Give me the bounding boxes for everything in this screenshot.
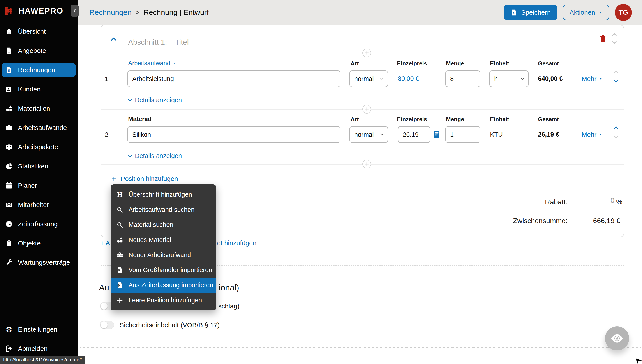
quantity-input[interactable] <box>445 126 480 143</box>
breadcrumb-current: Rechnung | Entwurf <box>144 8 209 16</box>
sidebar-item-label: Rechnungen <box>18 66 55 74</box>
sidebar-item-planer[interactable]: Planer <box>2 178 76 193</box>
sidebar-item-zeiterfassung[interactable]: Zeiterfassung <box>2 217 76 231</box>
delete-section-trash-icon[interactable] <box>599 34 607 43</box>
sidebar: HAWEPRO Übersicht Angebote Rechnungen Ku… <box>0 0 78 364</box>
menu-item-zeiterfassung-import[interactable]: Aus Zeiterfassung importieren <box>111 278 216 293</box>
details-toggle-link[interactable]: Details anzeigen <box>127 96 182 104</box>
menu-item-label: Arbeitsaufwand suchen <box>129 206 194 213</box>
wrench-icon <box>5 259 13 266</box>
position-name-input[interactable] <box>127 70 341 87</box>
insert-position-button[interactable] <box>362 48 371 57</box>
sidebar-collapse-button[interactable] <box>71 5 79 16</box>
sidebar-item-uebersicht[interactable]: Übersicht <box>2 24 76 39</box>
preview-button[interactable] <box>605 326 629 350</box>
column-label-gesamt: Gesamt <box>538 116 559 123</box>
sidebar-item-label: Abmelden <box>18 345 48 352</box>
insert-position-button[interactable] <box>362 105 371 114</box>
add-arbeitspaket-link-fragment[interactable]: et hinzufügen <box>217 239 256 247</box>
menu-item-leere-position[interactable]: Leere Position hinzufügen <box>111 293 216 308</box>
surcharge-toggle-label-fragment: schlag) <box>218 302 239 310</box>
sidebar-item-wartungsvertraege[interactable]: Wartungsverträge <box>2 255 76 270</box>
section-title[interactable]: Titel <box>175 38 189 46</box>
art-select-value: normal <box>354 75 374 82</box>
sidebar-item-label: Objekte <box>18 240 41 247</box>
calculator-icon[interactable] <box>433 130 441 139</box>
sidebar-item-kunden[interactable]: Kunden <box>2 82 76 96</box>
sidebar-item-rechnungen[interactable]: Rechnungen <box>2 63 76 77</box>
move-row-down-icon[interactable] <box>613 78 619 84</box>
sidebar-item-materialien[interactable]: Materialien <box>2 101 76 116</box>
plus-icon <box>116 297 123 304</box>
unit-select-value: h <box>494 75 498 82</box>
sidebar-item-objekte[interactable]: Objekte <box>2 236 76 250</box>
add-position-link[interactable]: Position hinzufügen <box>111 175 178 182</box>
sidebar-item-arbeitsaufwaende[interactable]: Arbeitsaufwände <box>2 120 76 135</box>
move-row-down-icon[interactable] <box>613 134 619 140</box>
sidebar-item-einstellungen[interactable]: ⚙Einstellungen <box>2 322 76 337</box>
shapes-icon <box>5 105 13 112</box>
menu-item-neues-material[interactable]: Neues Material <box>111 232 216 248</box>
toolbox-icon <box>5 124 13 132</box>
section-collapse-chevron-icon[interactable] <box>110 36 117 43</box>
move-section-up-icon[interactable] <box>611 31 617 38</box>
more-dropdown[interactable]: Mehr <box>581 75 602 82</box>
details-toggle-link[interactable]: Details anzeigen <box>127 152 182 160</box>
row-type-dropdown[interactable]: Arbeitsaufwand <box>128 60 176 67</box>
menu-item-ueberschrift[interactable]: HÜberschrift hinzufügen <box>111 187 216 202</box>
breadcrumb-parent-link[interactable]: Rechnungen <box>89 8 132 16</box>
unit-price-link[interactable]: 80,00 € <box>398 75 419 82</box>
invoice-icon <box>5 66 13 74</box>
move-row-up-icon[interactable] <box>613 69 619 75</box>
invoice-icon <box>511 9 518 16</box>
position-name-input[interactable] <box>127 126 341 143</box>
discount-unit: % <box>616 198 622 206</box>
sicherheitseinbehalt-toggle[interactable] <box>100 321 114 329</box>
menu-item-grosshaendler-import[interactable]: Vom Großhändler importieren <box>111 262 216 278</box>
menu-item-arbeitsaufwand-suchen[interactable]: Arbeitsaufwand suchen <box>111 202 216 217</box>
save-button[interactable]: Speichern <box>504 5 557 20</box>
add-position-menu: HÜberschrift hinzufügen Arbeitsaufwand s… <box>111 184 216 310</box>
sidebar-item-label: Zeiterfassung <box>18 220 58 228</box>
column-label-einheit: Einheit <box>490 116 509 123</box>
sidebar-item-label: Einstellungen <box>18 326 57 333</box>
unit-price-input[interactable] <box>398 126 430 143</box>
more-dropdown[interactable]: Mehr <box>581 131 602 138</box>
sidebar-item-statistiken[interactable]: Statistiken <box>2 159 76 174</box>
move-section-down-icon[interactable] <box>611 39 617 46</box>
details-label: Details anzeigen <box>135 96 182 104</box>
move-row-up-icon[interactable] <box>613 125 619 131</box>
sidebar-item-angebote[interactable]: Angebote <box>2 44 76 58</box>
menu-item-label: Material suchen <box>129 221 173 228</box>
sidebar-item-mitarbeiter[interactable]: Mitarbeiter <box>2 198 76 212</box>
add-section-link-fragment[interactable]: + A <box>100 239 110 247</box>
art-select[interactable]: normal <box>350 126 388 143</box>
column-label-menge: Menge <box>446 60 464 67</box>
insert-position-button[interactable] <box>362 160 371 168</box>
column-label-art: Art <box>351 116 359 123</box>
avatar-initials: TG <box>618 8 628 16</box>
art-select-value: normal <box>354 131 374 138</box>
more-label: Mehr <box>581 131 596 138</box>
toggle-knob <box>101 321 108 328</box>
discount-input[interactable] <box>591 195 616 206</box>
sidebar-item-arbeitspakete[interactable]: Arbeitspakete <box>2 140 76 154</box>
column-label-gesamt: Gesamt <box>538 60 559 67</box>
unit-select[interactable]: h <box>489 70 529 87</box>
menu-item-material-suchen[interactable]: Material suchen <box>111 217 216 232</box>
document-icon <box>5 47 13 54</box>
chevron-down-icon <box>380 132 384 137</box>
avatar[interactable]: TG <box>615 4 632 21</box>
actions-button[interactable]: Aktionen <box>563 5 609 20</box>
subtotal-value: 666,19 € <box>566 217 620 225</box>
row-number: 1 <box>105 75 108 82</box>
menu-item-neuer-arbeitsaufwand[interactable]: Neuer Arbeitsaufwand <box>111 248 216 262</box>
eye-icon <box>610 332 624 346</box>
column-label-einzelpreis: Einzelpreis <box>397 116 427 123</box>
plus-icon <box>111 176 117 182</box>
menu-item-label: Leere Position hinzufügen <box>129 296 202 304</box>
art-select[interactable]: normal <box>350 70 388 87</box>
menu-item-label: Überschrift hinzufügen <box>129 191 192 198</box>
sidebar-item-abmelden[interactable]: Abmelden <box>2 342 76 356</box>
quantity-input[interactable] <box>445 70 480 87</box>
